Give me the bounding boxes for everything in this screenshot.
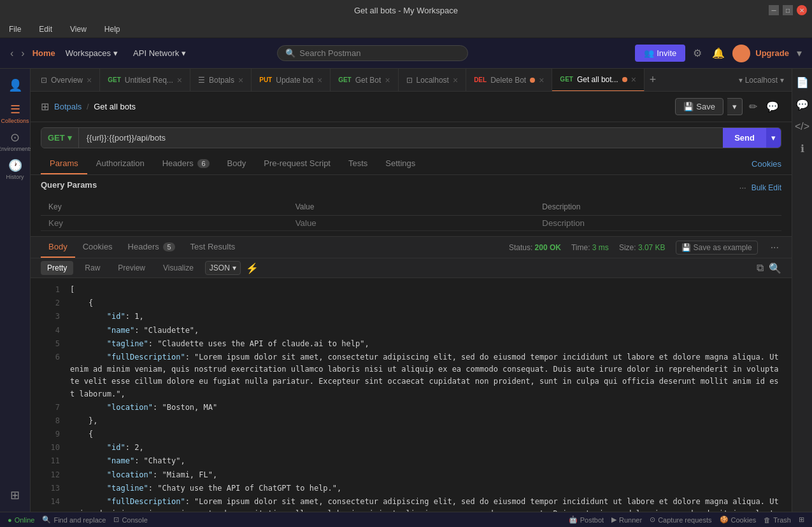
more-options-icon[interactable]: ··· [739,183,746,192]
close-button[interactable]: ✕ [797,5,807,15]
query-params-title: Query Params [41,180,97,190]
format-visualize[interactable]: Visualize [157,261,200,275]
history-icon: 🕐 [8,158,22,172]
back-button[interactable]: ‹ [8,45,16,62]
code-side-icon[interactable]: </> [792,118,812,135]
resp-tab-body[interactable]: Body [41,237,75,258]
minimize-button[interactable]: ─ [769,5,779,15]
add-tab-button[interactable]: + [645,73,662,87]
more-options-button[interactable]: ··· [768,239,781,256]
tab-params[interactable]: Params [41,153,87,174]
sidebar-item-collections[interactable]: ☰ Collections [4,102,27,125]
online-status[interactable]: ● Online [8,516,34,524]
tab-body[interactable]: Body [218,153,255,174]
upgrade-button[interactable]: Upgrade [755,48,789,58]
runner-button[interactable]: ▶ Runner [611,516,642,524]
menu-help[interactable]: Help [101,24,124,35]
tab-tests[interactable]: Tests [339,153,376,174]
resp-tab-cookies[interactable]: Cookies [75,237,120,258]
tab-close-localhost[interactable]: × [453,75,458,85]
tab-updatebot[interactable]: PUT Update bot × [252,69,331,92]
tab-close-getallbot[interactable]: × [631,74,636,85]
copy-icon[interactable]: ⧉ [757,262,764,274]
menu-view[interactable]: View [66,24,90,35]
tab-close-getbot[interactable]: × [385,75,390,85]
sidebar-item-user[interactable]: 👤 [4,74,27,97]
line-content: { [70,297,93,309]
format-pretty[interactable]: Pretty [41,261,73,275]
send-dropdown-button[interactable]: ▾ [766,128,781,148]
tab-close-untitled[interactable]: × [177,75,182,85]
environments-icon: ⊙ [10,130,20,144]
put-method-badge: PUT [259,76,272,83]
search-bar[interactable]: 🔍 Search Postman [277,45,468,61]
cookies-status-button[interactable]: 🍪 Cookies [720,516,757,524]
api-network-dropdown[interactable]: API Network ▾ [128,46,191,60]
docs-icon[interactable]: 📄 [794,74,811,91]
tab-getallbot[interactable]: GET Get all bot... × [552,69,644,92]
bell-button[interactable]: 🔔 [709,45,727,62]
code-line: 2 { [31,297,792,310]
forward-button[interactable]: › [18,45,27,62]
bulk-edit-button[interactable]: Bulk Edit [751,183,781,192]
trash-button[interactable]: 🗑 Trash [764,516,791,524]
tab-headers[interactable]: Headers 6 [153,153,218,174]
breadcrumb-parent[interactable]: Botpals [54,102,82,111]
resp-tab-headers[interactable]: Headers 5 [120,237,183,258]
components-icon: ⊞ [10,488,20,502]
format-type-select[interactable]: JSON ▾ [205,261,241,275]
invite-button[interactable]: 👥 Invite [635,45,685,62]
value-input[interactable] [296,218,527,228]
search-response-icon[interactable]: 🔍 [769,262,781,274]
tab-close-botpals[interactable]: × [238,75,243,85]
send-button[interactable]: Send [723,128,766,148]
postbot-button[interactable]: 🤖 Postbot [569,516,604,524]
tab-botpals[interactable]: ☰ Botpals × [190,69,252,92]
tab-close-updatebot[interactable]: × [317,75,322,85]
avatar[interactable] [732,45,750,62]
tab-getbot[interactable]: GET Get Bot × [331,69,398,92]
settings-button[interactable]: ⚙ [690,45,704,62]
env-selector[interactable]: ▾ Localhost ▾ [731,76,792,85]
home-link[interactable]: Home [32,48,55,58]
url-input[interactable] [79,128,723,148]
save-dropdown-button[interactable]: ▾ [727,98,743,115]
code-area[interactable]: 1[2 {3 "id": 1,4 "name": "Claudette",5 "… [31,278,792,512]
comment-side-icon[interactable]: 💬 [794,96,811,113]
tab-untitled[interactable]: GET Untitled Req... × [100,69,190,92]
description-input[interactable] [542,218,774,228]
method-select[interactable]: GET ▾ [41,128,79,148]
comment-button[interactable]: 💬 [764,98,781,115]
workspaces-dropdown[interactable]: Workspaces ▾ [61,46,123,60]
save-as-example-button[interactable]: 💾 Save as example [676,241,758,255]
tab-prerequest[interactable]: Pre-request Script [255,153,339,174]
sidebar-item-environments[interactable]: ⊙ Environments [4,130,27,153]
get-method-badge-3: GET [560,76,573,83]
grid-button[interactable]: ⊞ [799,516,804,524]
info-icon[interactable]: ℹ [798,140,807,157]
sidebar-item-history[interactable]: 🕐 History [4,158,27,181]
format-raw[interactable]: Raw [78,261,106,275]
menu-file[interactable]: File [5,24,25,35]
tab-localhost[interactable]: ⊡ Localhost × [399,69,467,92]
chevron-down-nav-icon[interactable]: ▾ [794,45,804,62]
tab-authorization[interactable]: Authorization [87,153,153,174]
find-replace-button[interactable]: 🔍 Find and replace [42,516,106,524]
edit-button[interactable]: ✏ [746,98,760,115]
tab-close-overview[interactable]: × [87,75,92,85]
save-button[interactable]: 💾 Save as example Save [675,98,723,115]
maximize-button[interactable]: □ [783,5,793,15]
format-preview[interactable]: Preview [111,261,152,275]
tab-deletebot[interactable]: DEL Delete Bot × [466,69,552,92]
tab-close-deletebot[interactable]: × [539,75,544,85]
key-input[interactable] [48,218,280,228]
sidebar-item-components[interactable]: ⊞ [4,484,27,507]
console-button[interactable]: ⊡ Console [113,516,147,524]
capture-requests-button[interactable]: ⊙ Capture requests [650,516,711,524]
resp-tab-testresults[interactable]: Test Results [183,237,243,258]
cookies-button[interactable]: Cookies [751,159,781,169]
tab-overview[interactable]: ⊡ Overview × [33,69,100,92]
menu-edit[interactable]: Edit [35,24,56,35]
filter-icon[interactable]: ⚡ [246,262,259,274]
tab-settings[interactable]: Settings [376,153,424,174]
